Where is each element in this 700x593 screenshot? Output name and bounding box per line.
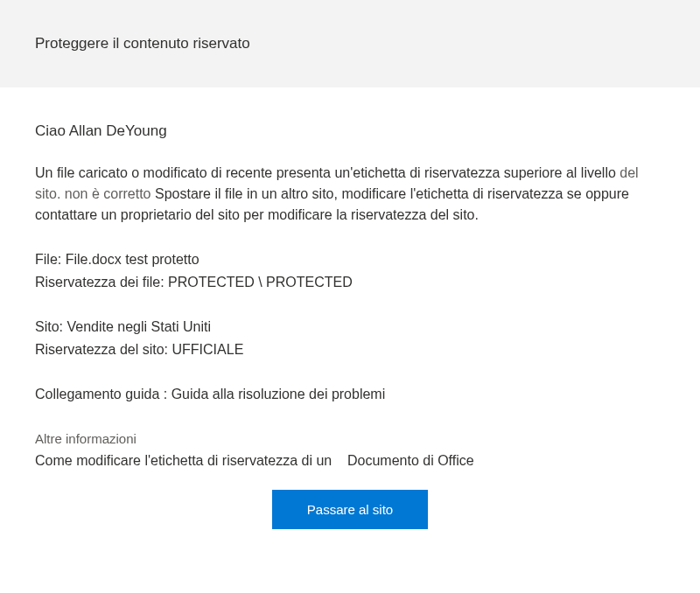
site-sensitivity-value: UFFICIALE [172,342,244,357]
more-info-text2: Documento di Office [347,453,474,468]
site-sensitivity-line: Riservatezza del sito: UFFICIALE [35,338,665,361]
help-link-value: Guida alla risoluzione dei problemi [172,387,386,401]
file-label: File: [35,252,61,267]
more-info-block: Altre informazioni Come modificare l'eti… [35,429,665,472]
more-info-line: Come modificare l'etichetta di riservate… [35,450,665,472]
file-sensitivity-value: PROTECTED \ PROTECTED [168,275,353,290]
file-info-block: File: File.docx test protetto Riservatez… [35,248,665,293]
file-line: File: File.docx test protetto [35,248,665,271]
greeting-text: Ciao Allan DeYoung [35,122,665,140]
help-link-line: Collegamento guida : Guida alla risoluzi… [35,383,665,406]
more-info-title: Altre informazioni [35,429,665,450]
site-value: Vendite negli Stati Uniti [66,319,211,334]
header-title: Proteggere il contenuto riservato [35,35,665,52]
main-paragraph: Un file caricato o modificato di recente… [35,163,665,226]
go-to-site-button[interactable]: Passare al sito [272,490,428,529]
help-link-block: Collegamento guida : Guida alla risoluzi… [35,383,665,406]
site-label: Sito: [35,319,63,334]
button-container: Passare al sito [35,490,665,529]
site-sensitivity-label: Riservatezza del sito: [35,342,168,357]
paragraph-part1: Un file caricato o modificato di recente… [35,165,616,180]
site-line: Sito: Vendite negli Stati Uniti [35,316,665,338]
help-link-label: Collegamento guida : [35,387,167,401]
site-info-block: Sito: Vendite negli Stati Uniti Riservat… [35,316,665,360]
more-info-text1: Come modificare l'etichetta di riservate… [35,453,332,468]
file-sensitivity-line: Riservatezza dei file: PROTECTED \ PROTE… [35,271,665,294]
file-sensitivity-label: Riservatezza dei file: [35,275,164,290]
file-value: File.docx test protetto [66,252,200,267]
header-banner: Proteggere il contenuto riservato [0,0,700,87]
content-area: Ciao Allan DeYoung Un file caricato o mo… [0,87,700,547]
